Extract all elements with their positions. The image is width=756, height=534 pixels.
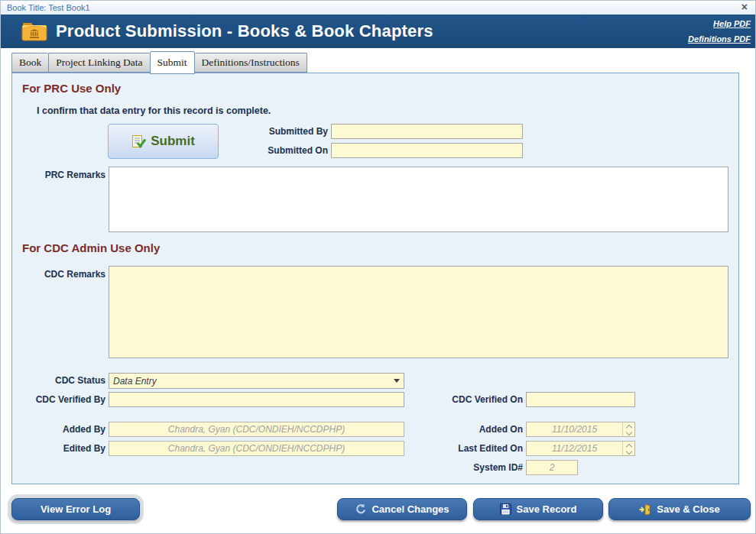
cdc-remarks-label: CDC Remarks	[16, 267, 105, 282]
floppy-disk-icon	[500, 503, 511, 515]
prc-remarks-label: PRC Remarks	[16, 167, 105, 183]
spinner-down-icon[interactable]	[623, 448, 634, 455]
cdc-status-label: CDC Status	[16, 373, 105, 388]
page-title: Product Submission - Books & Book Chapte…	[56, 21, 433, 41]
submitted-by-input[interactable]	[331, 124, 523, 139]
chevron-down-icon	[390, 379, 404, 383]
edited-by-label: Edited By	[16, 441, 105, 456]
cancel-changes-label: Cancel Changes	[372, 503, 449, 515]
cdc-verified-by-label: CDC Verified By	[16, 392, 105, 407]
prc-remarks-textarea[interactable]	[109, 167, 728, 232]
system-id-label: System ID#	[406, 460, 523, 475]
view-error-log-button[interactable]: View Error Log	[11, 498, 140, 520]
added-by-label: Added By	[16, 422, 105, 437]
tab-definitions-instructions[interactable]: Definitions/Instructions	[195, 53, 307, 73]
spinner-down-icon[interactable]	[623, 429, 634, 436]
submit-button-label: Submit	[151, 134, 195, 149]
save-close-label: Save & Close	[657, 503, 719, 515]
window-title: Book Title: Test Book1	[1, 3, 90, 12]
cdc-section-heading: For CDC Admin Use Only	[22, 241, 160, 254]
save-record-button[interactable]: Save Record	[473, 498, 603, 520]
note-check-icon	[131, 134, 146, 149]
door-exit-icon	[639, 503, 651, 516]
save-record-label: Save Record	[517, 503, 577, 515]
application-window: Book Title: Test Book1 × Product Submiss…	[0, 0, 756, 534]
tab-strip: Book Project Linking Data Submit Definit…	[11, 53, 307, 73]
added-on-spinner[interactable]	[622, 422, 634, 436]
cdc-verified-by-input[interactable]	[109, 392, 404, 407]
last-edited-on-label: Last Edited On	[406, 441, 523, 456]
last-edited-on-datefield	[526, 441, 635, 456]
added-by-input	[109, 422, 404, 437]
cancel-changes-button[interactable]: Cancel Changes	[337, 498, 467, 520]
close-icon[interactable]: ×	[741, 1, 748, 14]
cdc-verified-on-label: CDC Verified On	[406, 392, 523, 407]
title-bar: Book Title: Test Book1 ×	[1, 1, 755, 15]
undo-icon	[355, 503, 366, 515]
submitted-on-input[interactable]	[331, 143, 523, 158]
cdc-remarks-textarea[interactable]	[109, 266, 728, 358]
last-edited-on-spinner[interactable]	[622, 442, 634, 455]
cdc-status-select[interactable]: Data Entry	[109, 373, 404, 389]
last-edited-on-input	[527, 442, 622, 455]
view-error-log-label: View Error Log	[41, 503, 111, 515]
definitions-pdf-link[interactable]: Definitions PDF	[688, 31, 751, 47]
tab-book[interactable]: Book	[11, 53, 48, 73]
cdc-status-value: Data Entry	[109, 376, 390, 387]
system-id-input	[526, 460, 578, 475]
folder-icon	[21, 20, 48, 43]
submit-button[interactable]: Submit	[108, 124, 219, 159]
prc-section-heading: For PRC Use Only	[22, 82, 121, 95]
confirm-statement: I confirm that data entry for this recor…	[37, 105, 271, 116]
cdc-verified-on-input[interactable]	[526, 392, 635, 407]
header-banner: Product Submission - Books & Book Chapte…	[1, 15, 755, 48]
help-pdf-link[interactable]: Help PDF	[688, 16, 751, 31]
tab-submit[interactable]: Submit	[150, 51, 195, 74]
added-on-label: Added On	[406, 422, 523, 437]
submitted-by-label: Submitted By	[215, 124, 328, 139]
save-close-button[interactable]: Save & Close	[608, 498, 751, 520]
tab-project-linking-data[interactable]: Project Linking Data	[48, 53, 149, 73]
submitted-on-label: Submitted On	[215, 143, 328, 158]
edited-by-input	[109, 441, 404, 456]
added-on-datefield	[526, 422, 635, 437]
added-on-input	[527, 422, 622, 436]
